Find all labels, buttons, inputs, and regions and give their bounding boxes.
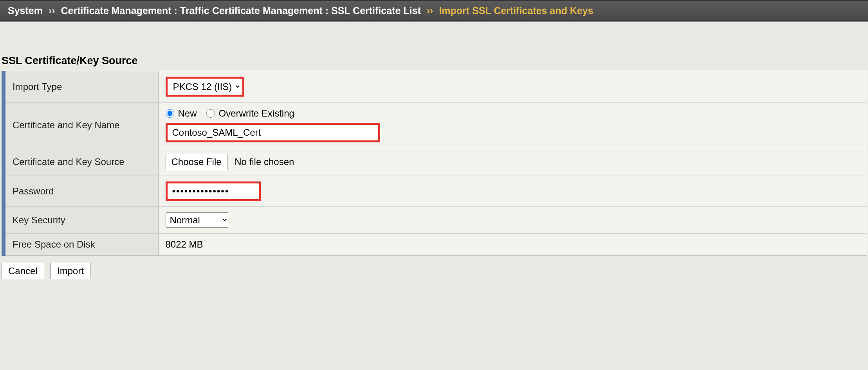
label-cert-key-source: Certificate and Key Source [4, 148, 158, 176]
breadcrumb-root[interactable]: System [8, 5, 43, 16]
file-chosen-status: No file chosen [235, 156, 294, 167]
breadcrumb-separator: ›› [49, 5, 55, 16]
highlight-import-type: PKCS 12 (IIS) [166, 77, 244, 97]
breadcrumb-separator: ›› [427, 5, 433, 16]
cancel-button[interactable]: Cancel [2, 263, 44, 279]
form-table: Import Type PKCS 12 (IIS) Certificate an… [2, 71, 867, 256]
radio-new-label[interactable]: New [178, 108, 197, 119]
label-key-security: Key Security [4, 207, 158, 233]
password-input[interactable] [169, 184, 257, 198]
import-button[interactable]: Import [51, 263, 90, 279]
section-title: SSL Certificate/Key Source [2, 55, 868, 67]
label-free-space: Free Space on Disk [4, 233, 158, 256]
import-type-select[interactable]: PKCS 12 (IIS) [169, 79, 241, 94]
breadcrumb-current: Import SSL Certificates and Keys [439, 5, 593, 16]
label-password: Password [4, 176, 158, 207]
choose-file-button[interactable]: Choose File [166, 154, 227, 170]
highlight-cert-name [166, 123, 380, 142]
free-space-value: 8022 MB [158, 233, 867, 256]
highlight-password [166, 181, 261, 201]
label-cert-key-name: Certificate and Key Name [4, 102, 158, 148]
radio-overwrite-label[interactable]: Overwrite Existing [219, 108, 294, 119]
breadcrumb-path[interactable]: Certificate Management : Traffic Certifi… [61, 5, 421, 16]
key-security-select[interactable]: Normal [166, 212, 228, 228]
radio-overwrite[interactable] [206, 109, 215, 118]
cert-key-name-input[interactable] [169, 126, 377, 140]
breadcrumb: System ›› Certificate Management : Traff… [0, 0, 868, 22]
label-import-type: Import Type [4, 71, 158, 102]
action-bar: Cancel Import [0, 256, 868, 286]
radio-new[interactable] [166, 109, 174, 118]
cert-name-radio-group: New Overwrite Existing [166, 108, 860, 119]
